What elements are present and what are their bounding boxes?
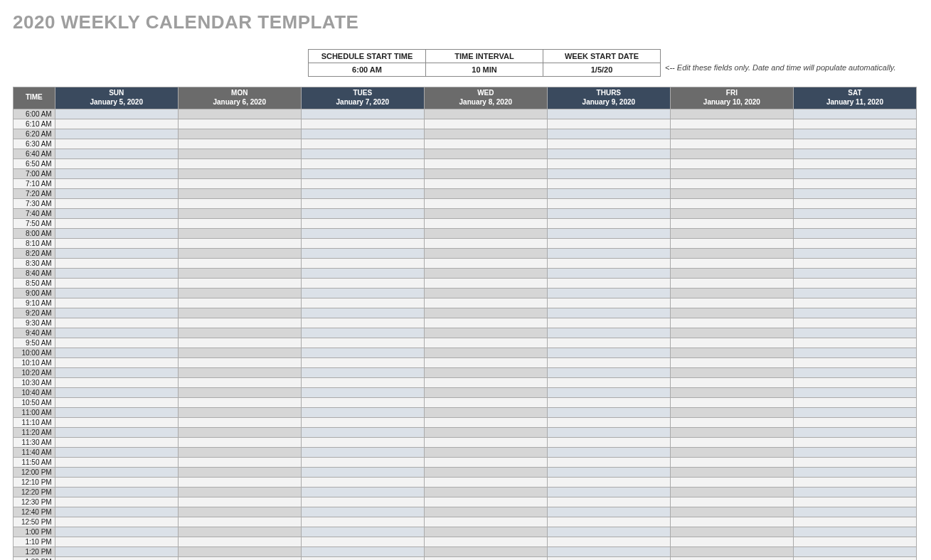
schedule-cell[interactable] (547, 388, 670, 398)
schedule-cell[interactable] (178, 119, 301, 129)
schedule-cell[interactable] (55, 537, 178, 547)
schedule-cell[interactable] (424, 308, 547, 318)
schedule-cell[interactable] (301, 209, 424, 219)
schedule-cell[interactable] (55, 209, 178, 219)
schedule-cell[interactable] (55, 507, 178, 517)
schedule-cell[interactable] (670, 328, 793, 338)
schedule-cell[interactable] (547, 199, 670, 209)
schedule-cell[interactable] (55, 517, 178, 527)
schedule-cell[interactable] (178, 289, 301, 298)
schedule-cell[interactable] (55, 239, 178, 249)
schedule-cell[interactable] (55, 269, 178, 279)
schedule-cell[interactable] (793, 109, 916, 119)
schedule-cell[interactable] (793, 338, 916, 348)
schedule-cell[interactable] (55, 109, 178, 119)
schedule-cell[interactable] (301, 308, 424, 318)
schedule-cell[interactable] (670, 308, 793, 318)
schedule-cell[interactable] (55, 408, 178, 418)
schedule-cell[interactable] (301, 527, 424, 537)
schedule-cell[interactable] (301, 139, 424, 149)
schedule-cell[interactable] (547, 368, 670, 378)
schedule-cell[interactable] (547, 398, 670, 408)
schedule-cell[interactable] (670, 557, 793, 561)
schedule-cell[interactable] (301, 547, 424, 557)
schedule-cell[interactable] (55, 129, 178, 139)
schedule-cell[interactable] (424, 318, 547, 328)
schedule-cell[interactable] (301, 189, 424, 199)
schedule-cell[interactable] (547, 507, 670, 517)
schedule-cell[interactable] (301, 199, 424, 209)
schedule-cell[interactable] (301, 298, 424, 308)
schedule-cell[interactable] (547, 269, 670, 279)
schedule-cell[interactable] (670, 438, 793, 448)
schedule-cell[interactable] (547, 517, 670, 527)
schedule-cell[interactable] (424, 448, 547, 458)
schedule-cell[interactable] (670, 368, 793, 378)
schedule-cell[interactable] (547, 169, 670, 179)
schedule-cell[interactable] (793, 308, 916, 318)
schedule-cell[interactable] (547, 438, 670, 448)
schedule-cell[interactable] (547, 219, 670, 229)
schedule-cell[interactable] (55, 219, 178, 229)
schedule-cell[interactable] (793, 328, 916, 338)
schedule-cell[interactable] (424, 378, 547, 388)
schedule-cell[interactable] (301, 249, 424, 259)
schedule-cell[interactable] (793, 547, 916, 557)
schedule-cell[interactable] (55, 438, 178, 448)
schedule-cell[interactable] (424, 557, 547, 561)
schedule-cell[interactable] (178, 368, 301, 378)
schedule-cell[interactable] (670, 269, 793, 279)
schedule-cell[interactable] (793, 378, 916, 388)
schedule-cell[interactable] (793, 239, 916, 249)
schedule-cell[interactable] (178, 448, 301, 458)
schedule-cell[interactable] (301, 438, 424, 448)
schedule-cell[interactable] (793, 149, 916, 159)
schedule-cell[interactable] (547, 149, 670, 159)
schedule-cell[interactable] (793, 478, 916, 488)
schedule-cell[interactable] (793, 219, 916, 229)
schedule-cell[interactable] (547, 448, 670, 458)
schedule-cell[interactable] (301, 109, 424, 119)
schedule-cell[interactable] (670, 478, 793, 488)
schedule-cell[interactable] (178, 298, 301, 308)
schedule-cell[interactable] (178, 468, 301, 478)
schedule-cell[interactable] (424, 398, 547, 408)
settings-value-week-start[interactable]: 1/5/20 (543, 63, 661, 77)
schedule-cell[interactable] (670, 348, 793, 358)
schedule-cell[interactable] (424, 428, 547, 438)
schedule-cell[interactable] (178, 378, 301, 388)
schedule-cell[interactable] (424, 537, 547, 547)
schedule-cell[interactable] (301, 338, 424, 348)
schedule-cell[interactable] (670, 239, 793, 249)
schedule-cell[interactable] (55, 169, 178, 179)
schedule-cell[interactable] (424, 298, 547, 308)
schedule-cell[interactable] (424, 517, 547, 527)
schedule-cell[interactable] (547, 259, 670, 269)
schedule-cell[interactable] (301, 129, 424, 139)
schedule-cell[interactable] (178, 189, 301, 199)
schedule-cell[interactable] (793, 517, 916, 527)
schedule-cell[interactable] (670, 497, 793, 507)
schedule-cell[interactable] (178, 149, 301, 159)
schedule-cell[interactable] (547, 308, 670, 318)
schedule-cell[interactable] (793, 169, 916, 179)
schedule-cell[interactable] (178, 358, 301, 368)
schedule-cell[interactable] (178, 458, 301, 468)
schedule-cell[interactable] (178, 308, 301, 318)
schedule-cell[interactable] (301, 348, 424, 358)
schedule-cell[interactable] (547, 527, 670, 537)
schedule-cell[interactable] (424, 478, 547, 488)
schedule-cell[interactable] (55, 229, 178, 239)
schedule-cell[interactable] (55, 348, 178, 358)
schedule-cell[interactable] (424, 149, 547, 159)
schedule-cell[interactable] (547, 497, 670, 507)
schedule-cell[interactable] (670, 209, 793, 219)
schedule-cell[interactable] (55, 279, 178, 289)
schedule-cell[interactable] (670, 249, 793, 259)
schedule-cell[interactable] (55, 557, 178, 561)
schedule-cell[interactable] (547, 249, 670, 259)
schedule-cell[interactable] (55, 527, 178, 537)
schedule-cell[interactable] (670, 378, 793, 388)
schedule-cell[interactable] (55, 497, 178, 507)
schedule-cell[interactable] (793, 388, 916, 398)
